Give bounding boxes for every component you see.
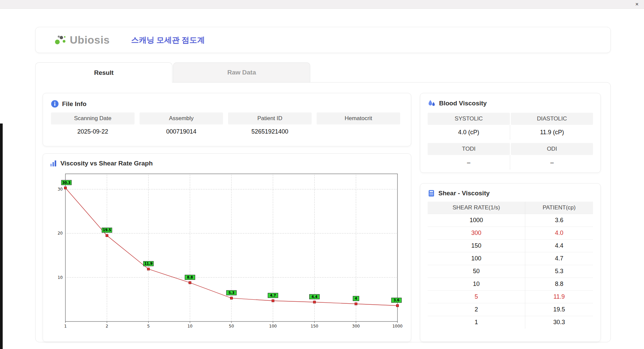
shear-viscosity-title: Shear - Viscosity <box>438 190 490 197</box>
table-cell: 1 <box>428 316 525 329</box>
table-cell: 30.3 <box>525 316 593 329</box>
window-titlebar: × <box>0 0 644 9</box>
table-cell: 3.6 <box>525 214 593 227</box>
field-value: 2025-09-22 <box>51 124 135 139</box>
svg-text:2: 2 <box>106 324 108 329</box>
ubiosis-logo-icon <box>53 34 67 46</box>
svg-text:19.5: 19.5 <box>103 228 111 232</box>
bv-value: – <box>511 155 593 170</box>
field-label: Hematocrit <box>317 112 400 124</box>
blood-viscosity-title: Blood Viscosity <box>439 100 487 107</box>
svg-text:20: 20 <box>58 231 63 236</box>
file-info-field: Hematocrit <box>317 112 400 139</box>
table-cell: 4.0 <box>525 227 593 239</box>
blood-viscosity-card: Blood Viscosity SYSTOLICDIASTOLIC4.0 (cP… <box>420 93 601 173</box>
table-column-header: SHEAR RATE(1/s) <box>428 202 525 214</box>
bv-label: DIASTOLIC <box>511 113 593 125</box>
app-window: Ubiosis 스캐닝 모세관 점도계 ResultRaw Data File … <box>3 9 644 347</box>
table-cell: 4.4 <box>525 239 593 252</box>
svg-text:10: 10 <box>58 275 63 280</box>
graph-card: Viscosity vs Shear Rate Graph 1020301251… <box>43 153 411 342</box>
svg-text:50: 50 <box>229 324 234 329</box>
svg-text:4: 4 <box>355 297 357 300</box>
bv-label: TODI <box>428 143 510 155</box>
field-label: Scanning Date <box>51 112 135 124</box>
svg-text:4.4: 4.4 <box>312 295 318 299</box>
table-row: 1004.7 <box>428 252 593 265</box>
table-row: 511.9 <box>428 290 593 303</box>
table-row: 108.8 <box>428 278 593 290</box>
table-cell: 2 <box>428 303 525 316</box>
file-info-title: File Info <box>62 100 87 108</box>
bv-label: ODI <box>511 143 593 155</box>
bv-value: – <box>428 155 510 170</box>
table-row: 130.3 <box>428 316 593 329</box>
table-cell: 5 <box>428 290 525 303</box>
table-header-row: SHEAR RATE(1/s)PATIENT(cp) <box>428 202 593 214</box>
table-cell: 5.3 <box>525 265 593 278</box>
close-icon[interactable]: × <box>635 1 639 7</box>
table-cell: 10 <box>428 278 525 290</box>
file-info-card: File Info Scanning Date2025-09-22Assembl… <box>43 93 411 146</box>
svg-text:150: 150 <box>311 324 318 329</box>
info-icon <box>51 100 59 108</box>
bv-value-row: –– <box>428 155 593 170</box>
file-info-field: Scanning Date2025-09-22 <box>51 112 135 139</box>
blood-viscosity-grid: SYSTOLICDIASTOLIC4.0 (cP)11.9 (cP)TODIOD… <box>428 113 593 170</box>
shear-viscosity-card: Shear - Viscosity SHEAR RATE(1/s)PATIENT… <box>420 183 601 342</box>
tab-raw-data[interactable]: Raw Data <box>173 62 310 82</box>
field-value <box>317 124 400 139</box>
table-cell: 8.8 <box>525 278 593 290</box>
shear-table-body: 10003.63004.01504.41004.7505.3108.8511.9… <box>428 214 593 329</box>
header-card: Ubiosis 스캐닝 모세관 점도계 <box>35 27 611 53</box>
bar-chart-icon <box>50 160 57 167</box>
table-column-header: PATIENT(cp) <box>525 202 593 214</box>
tab-result[interactable]: Result <box>35 62 172 83</box>
table-row: 1504.4 <box>428 239 593 252</box>
svg-text:3.6: 3.6 <box>393 298 399 302</box>
svg-text:1000: 1000 <box>392 324 403 329</box>
blood-viscosity-title-row: Blood Viscosity <box>428 99 593 107</box>
brand: Ubiosis <box>53 34 110 46</box>
table-row: 505.3 <box>428 265 593 278</box>
bv-label: SYSTOLIC <box>428 113 510 125</box>
svg-text:11.9: 11.9 <box>144 262 153 265</box>
svg-text:8.8: 8.8 <box>187 276 193 279</box>
svg-text:30: 30 <box>58 187 63 192</box>
file-info-title-row: File Info <box>51 100 403 108</box>
svg-text:300: 300 <box>352 324 360 329</box>
droplets-icon <box>428 99 436 107</box>
viscosity-chart: 1020301251050100150300100030.319.511.98.… <box>50 170 404 338</box>
field-label: Assembly <box>140 112 223 124</box>
table-row: 10003.6 <box>428 214 593 227</box>
table-row: 3004.0 <box>428 227 593 239</box>
bv-row-gap <box>428 140 593 143</box>
bv-value-row: 4.0 (cP)11.9 (cP) <box>428 125 593 140</box>
table-cell: 1000 <box>428 214 525 227</box>
graph-title: Viscosity vs Shear Rate Graph <box>60 160 153 167</box>
field-value: 52651921400 <box>228 124 312 139</box>
brand-name: Ubiosis <box>70 34 110 46</box>
desktop-background-strip <box>0 123 3 349</box>
file-info-fields: Scanning Date2025-09-22Assembly000719014… <box>51 112 403 139</box>
shear-viscosity-title-row: Shear - Viscosity <box>428 190 593 197</box>
svg-text:30.3: 30.3 <box>62 181 71 185</box>
bv-label-row: TODIODI <box>428 143 593 155</box>
bv-value: 4.0 (cP) <box>428 125 510 140</box>
tabs: ResultRaw Data <box>35 62 310 83</box>
app-title: 스캐닝 모세관 점도계 <box>131 35 205 45</box>
field-label: Patient ID <box>228 112 312 124</box>
svg-text:5.3: 5.3 <box>228 291 234 295</box>
svg-text:10: 10 <box>187 324 193 329</box>
shear-viscosity-table: SHEAR RATE(1/s)PATIENT(cp) 10003.63004.0… <box>428 202 593 329</box>
table-cell: 19.5 <box>525 303 593 316</box>
bv-label-row: SYSTOLICDIASTOLIC <box>428 113 593 125</box>
table-cell: 150 <box>428 239 525 252</box>
table-cell: 50 <box>428 265 525 278</box>
graph-title-row: Viscosity vs Shear Rate Graph <box>50 160 404 167</box>
result-panel: File Info Scanning Date2025-09-22Assembl… <box>35 82 611 342</box>
svg-text:4.7: 4.7 <box>270 294 276 297</box>
table-cell: 11.9 <box>525 290 593 303</box>
table-cell: 4.7 <box>525 252 593 265</box>
table-cell: 300 <box>428 227 525 239</box>
